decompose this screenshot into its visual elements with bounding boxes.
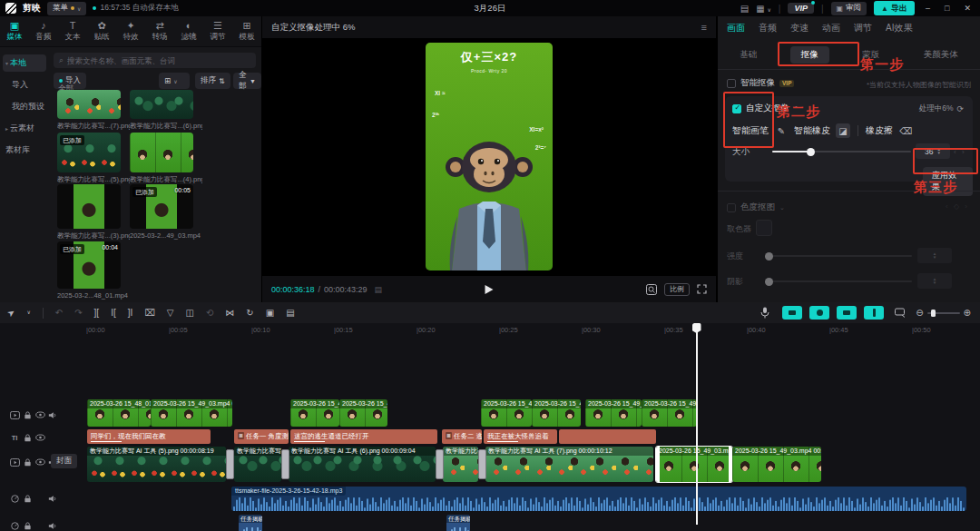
select-tool[interactable]: ➤ (2, 302, 20, 324)
properties-tab[interactable]: 音频 (759, 22, 777, 34)
media-item-thumbnail[interactable] (57, 90, 121, 119)
mirror-icon[interactable]: ⋈ (225, 302, 234, 323)
layout-switch-icon[interactable]: ▦ ∨ (756, 4, 771, 14)
text-clip[interactable]: ≣任务二 逃出迷宫 (442, 429, 482, 444)
freeze-frame-icon[interactable]: ◫ (186, 302, 194, 323)
menu-button[interactable]: 菜单∨ (47, 2, 86, 15)
media-item-thumbnail[interactable] (130, 133, 193, 172)
overlay-clip[interactable]: 2025-03-26 15_49_03.mp4 (481, 399, 532, 427)
stepper-icons[interactable]: ▲▼ (937, 148, 941, 155)
media-item-thumbnail[interactable] (57, 184, 121, 229)
media-item-thumbnail[interactable]: 已添加 (57, 133, 121, 172)
fullscreen-icon[interactable] (697, 284, 707, 294)
main-video-clip[interactable]: 教学能力比赛写 AI 工... (234, 447, 281, 482)
zoom-knob[interactable] (931, 310, 936, 317)
split-right-icon[interactable]: ]I (128, 302, 133, 323)
overlay-clip[interactable]: 2025-03-26 15_49_03.mp4 00:0 (151, 399, 232, 427)
transition-handle[interactable] (281, 449, 289, 479)
review-button[interactable]: ▣审阅 (831, 2, 867, 15)
media-tab[interactable]: ▣媒体 (0, 16, 29, 46)
sound-effect-clip[interactable]: 任务揭晓 (446, 515, 470, 531)
maximize-button[interactable]: □ (941, 4, 953, 13)
playhead[interactable] (696, 323, 698, 525)
sidebar-item[interactable]: ▾本地 (3, 54, 46, 72)
snap-toggle[interactable] (782, 306, 802, 320)
media-tab[interactable]: ♪音频 (29, 16, 58, 46)
transition-handle[interactable] (436, 449, 444, 479)
properties-tab[interactable]: 变速 (790, 22, 808, 34)
media-tab[interactable]: ⇄转场 (145, 16, 174, 46)
keyframe-nav-icons[interactable]: ‹ › (954, 148, 966, 156)
play-button[interactable] (485, 285, 494, 294)
media-item-thumbnail[interactable]: 已添加00:05 (130, 184, 193, 229)
zoom-preview-icon[interactable] (646, 284, 657, 295)
media-tab[interactable]: ✿贴纸 (87, 16, 116, 46)
overlay-clip[interactable]: 2025-03-26 15_48_01.m (87, 399, 151, 427)
filter-button[interactable]: 全部▼ (233, 73, 261, 89)
overlay-clip[interactable]: 2025-03-26 15_49_03.mp4 (585, 399, 642, 427)
smart-brush-icon[interactable]: ✎ (774, 123, 789, 138)
frame-list-icon[interactable]: ▤ (375, 285, 383, 294)
minimize-button[interactable]: – (922, 4, 934, 13)
main-video-clip[interactable]: 教学能力比赛写 AI 工具 (5).png 00:00:08:19 (87, 447, 226, 482)
aspect-ratio-button[interactable]: 比例 (664, 283, 690, 296)
redo-icon[interactable]: ↷ (74, 302, 82, 323)
matting-icon[interactable]: ▤ (286, 302, 294, 323)
main-video-clip[interactable]: 2025-03-26 15_49_03.mp4 00:0 (656, 447, 732, 482)
media-tab[interactable]: ☰调节 (203, 16, 232, 46)
record-voice-icon[interactable] (760, 307, 769, 319)
color-picker-swatch[interactable] (756, 220, 772, 236)
strength-slider[interactable] (767, 255, 912, 257)
chroma-key-checkbox[interactable] (727, 203, 736, 212)
rotate-icon[interactable]: ↻ (246, 302, 253, 323)
preview-wheel-icon[interactable] (895, 308, 906, 318)
text-clip[interactable]: 我正在被大怪兽追着 (484, 429, 557, 444)
slider-knob[interactable] (807, 148, 815, 156)
media-tab[interactable]: ⊞模板 (232, 16, 261, 46)
properties-tab[interactable]: 画面 (727, 22, 745, 34)
sidebar-item[interactable]: 我的预设 (3, 98, 46, 115)
refresh-icon[interactable]: ⟳ (956, 104, 964, 113)
main-video-clip[interactable]: 教学能力比赛写... (443, 447, 478, 482)
overlay-clip[interactable]: 2025-03-26 15_49_03.mp (339, 399, 387, 427)
auto-snap-toggle[interactable] (837, 306, 857, 320)
properties-tab[interactable]: 调节 (854, 22, 872, 34)
media-search[interactable]: ⌕ (54, 53, 256, 68)
media-item-thumbnail[interactable] (130, 90, 193, 119)
split-left-icon[interactable]: I[ (111, 302, 116, 323)
view-mode-button[interactable]: ⊞∨ (159, 73, 190, 89)
delete-icon[interactable]: ⌧ (144, 302, 155, 323)
undo-icon[interactable]: ↶ (55, 302, 63, 323)
main-video-clip[interactable]: 2025-03-26 15_49_03.mp4 00:0 (732, 447, 821, 482)
sidebar-item[interactable]: ▸云素材 (3, 120, 46, 137)
eraser-icon[interactable]: ⌫ (898, 123, 913, 138)
voiceover-clip[interactable]: ttsmaker-file-2025-3-26-15-42-18.mp3 (231, 487, 966, 511)
timeline-ruler[interactable]: |00:00|00:05|00:10|00:15|00:20|00:25|00:… (0, 323, 980, 336)
main-video-clip[interactable]: 教学能力比赛写 AI 工具 (7).png 00:00:10:12 (485, 447, 653, 482)
transition-handle[interactable] (478, 449, 486, 479)
linkage-toggle[interactable] (809, 306, 829, 320)
transition-handle[interactable] (226, 449, 234, 479)
reverse-icon[interactable]: ⟲ (206, 302, 213, 323)
overlay-clip[interactable]: 2025-03-26 15_49_03.mp4 (290, 399, 339, 427)
brush-size-value[interactable]: 36 ▲▼ (916, 143, 950, 159)
preview-menu-icon[interactable]: ≡ (701, 22, 707, 33)
media-tab[interactable]: ◐滤镜 (174, 16, 203, 46)
clip-handle-left[interactable] (656, 447, 660, 482)
properties-tab[interactable]: 动画 (822, 22, 840, 34)
overlay-clip[interactable]: 2025-03-26 15_49_03.m (532, 399, 581, 427)
properties-tab[interactable]: AI效果 (886, 22, 912, 34)
media-tab[interactable]: T文本 (58, 16, 87, 46)
sidebar-item[interactable]: 导入 (3, 76, 46, 93)
shadow-slider[interactable] (767, 280, 912, 282)
search-input[interactable] (67, 56, 250, 65)
media-tab[interactable]: ✦特效 (116, 16, 145, 46)
mask-icon[interactable]: ▽ (167, 302, 174, 323)
overlay-clip[interactable]: 2025-03-26 15_49_03.mp4 00:0 (642, 399, 697, 427)
keying-subtab[interactable]: 美颜美体 (913, 46, 969, 64)
keying-subtab[interactable]: 基础 (729, 46, 768, 64)
sidebar-item[interactable]: 素材库 (3, 142, 46, 159)
preview-stage[interactable]: 仅+三×2? Procd- Wrty 20 Xl ≈ 2³ᵏ Xl=x² 2³=… (262, 38, 716, 275)
sort-button[interactable]: 排序⇅ (195, 73, 230, 89)
timeline-zoom-slider[interactable] (927, 312, 960, 314)
